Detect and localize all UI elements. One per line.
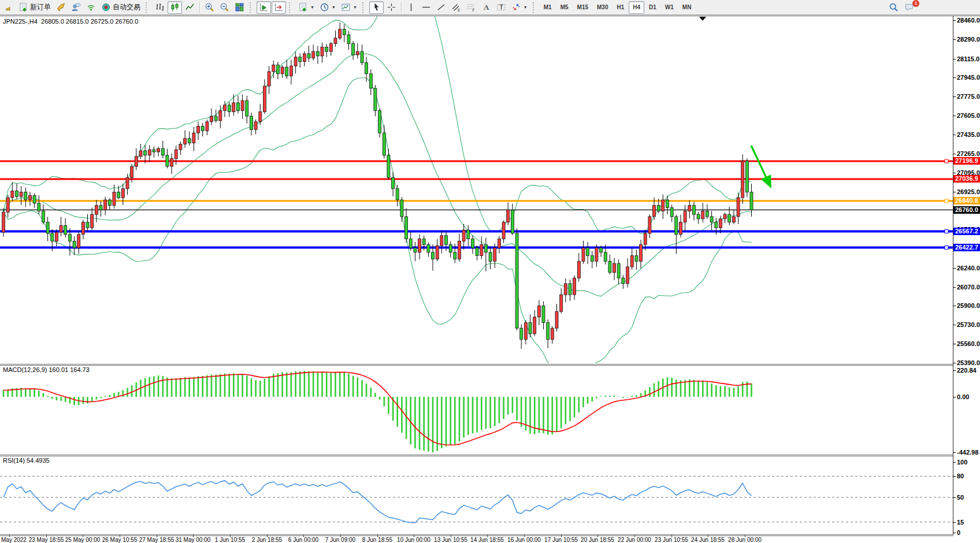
price-axis-tick: 28460.0 bbox=[957, 17, 980, 24]
time-axis-label: 27 May 18:55 bbox=[139, 537, 175, 543]
time-axis-label: 13 Jun 10:55 bbox=[434, 537, 467, 543]
macd-axis-tick: -442.98 bbox=[957, 449, 978, 456]
price-level-badge: 26567.2 bbox=[953, 228, 980, 235]
price-axis-tick-mark bbox=[953, 59, 956, 59]
rsi-axis-tick-mark bbox=[953, 476, 956, 477]
price-axis-tick-mark bbox=[953, 39, 956, 40]
rsi-axis-tick-mark bbox=[953, 522, 956, 523]
price-axis-tick: 27605.0 bbox=[957, 112, 980, 119]
rsi-line bbox=[3, 481, 752, 523]
time-axis-label: May 2022 bbox=[1, 537, 27, 543]
macd-indicator-label: MACD(12,26,9) 160.01 164.73 bbox=[3, 366, 90, 373]
mt4-window: 新订单自动交易▼▼▼EFAT▼M1M5M15M30H1H4D1W1MN1 JPN… bbox=[0, 0, 980, 543]
rsi-axis-tick-mark bbox=[953, 533, 956, 533]
price-axis-tick-mark bbox=[953, 116, 956, 116]
price-axis-tick: 27435.0 bbox=[957, 131, 980, 138]
macd-axis-tick-mark bbox=[953, 452, 956, 453]
current-price-badge: 26760.0 bbox=[953, 206, 980, 214]
macd-axis-tick: 0.00 bbox=[957, 393, 969, 400]
price-axis-tick: 25390.0 bbox=[957, 359, 980, 366]
time-axis-label: 28 Jun 00:00 bbox=[728, 537, 762, 543]
price-axis-tick-mark bbox=[953, 173, 956, 173]
price-axis-tick-mark bbox=[953, 77, 956, 78]
rsi-axis-tick: 15 bbox=[957, 519, 964, 526]
time-axis-label: 6 Jun 00:00 bbox=[288, 537, 318, 543]
rsi-indicator-label: RSI(14) 54.4935 bbox=[3, 457, 50, 464]
bollinger-bands[interactable] bbox=[3, 0, 752, 372]
pane-separators bbox=[0, 16, 980, 536]
price-axis-tick: 25900.0 bbox=[957, 302, 980, 309]
time-axis-label: 17 Jun 10:55 bbox=[544, 537, 578, 543]
time-axis-label: 26 May 10:55 bbox=[102, 537, 138, 543]
price-axis-tick: 27775.0 bbox=[957, 93, 980, 100]
macd-histogram bbox=[3, 371, 752, 452]
time-axis-label: 25 May 00:00 bbox=[65, 537, 101, 543]
rsi-axis-tick: 100 bbox=[957, 459, 967, 466]
price-axis-tick-mark bbox=[953, 363, 956, 363]
price-axis-tick: 27265.0 bbox=[957, 150, 980, 157]
price-level-badge: 26422.7 bbox=[953, 244, 980, 251]
price-axis-tick: 25730.0 bbox=[957, 321, 980, 328]
price-axis-tick-mark bbox=[953, 135, 956, 135]
price-axis-tick: 26070.0 bbox=[957, 284, 980, 291]
time-axis-label: 8 Jun 18:55 bbox=[362, 537, 392, 543]
rsi-axis-tick: 50 bbox=[957, 494, 964, 501]
time-axis-label: 10 Jun 00:00 bbox=[397, 537, 430, 543]
price-axis-tick-mark bbox=[953, 154, 956, 154]
rsi-axis-tick-mark bbox=[953, 497, 956, 498]
macd-axis-tick-mark bbox=[953, 397, 956, 397]
price-axis-tick-mark bbox=[953, 192, 956, 192]
price-axis-tick-mark bbox=[953, 287, 956, 288]
price-axis-tick: 26240.0 bbox=[957, 265, 980, 272]
rsi-axis-tick: 0 bbox=[957, 529, 960, 536]
rsi-pane bbox=[0, 476, 953, 523]
sell-arrow-annotation[interactable] bbox=[751, 146, 770, 186]
price-axis-tick: 25560.0 bbox=[957, 340, 980, 347]
time-axis-label: 1 Jun 10:55 bbox=[215, 537, 245, 543]
price-axis-tick: 28290.0 bbox=[957, 36, 980, 43]
chart-shift-marker[interactable] bbox=[699, 17, 706, 21]
price-axis-tick: 27945.0 bbox=[957, 74, 980, 81]
price-axis-tick-mark bbox=[953, 306, 956, 306]
time-axis-label: 20 Jun 18:55 bbox=[581, 537, 614, 543]
chart-title-ohlc: JPN225-,H4 26805.0 26815.0 26725.0 26760… bbox=[3, 18, 138, 25]
macd-axis-tick-mark bbox=[953, 370, 956, 371]
time-axis-label: 16 Jun 00:00 bbox=[507, 537, 541, 543]
price-level-badge: 27196.9 bbox=[953, 157, 980, 165]
time-axis-label: 23 May 18:55 bbox=[29, 537, 64, 543]
price-axis-tick-mark bbox=[953, 20, 956, 21]
time-axis-label: 2 Jun 18:55 bbox=[252, 537, 282, 543]
price-axis-tick-mark bbox=[953, 325, 956, 325]
chart-canvas[interactable] bbox=[0, 0, 980, 543]
candlestick-layer bbox=[2, 23, 753, 349]
price-axis-tick: 26925.0 bbox=[957, 188, 980, 195]
price-axis-tick-mark bbox=[953, 344, 956, 344]
macd-axis-tick: 220.84 bbox=[957, 367, 977, 374]
time-axis-label: 24 Jun 18:55 bbox=[691, 537, 725, 543]
price-axis-tick-mark bbox=[953, 96, 956, 97]
time-axis-label: 7 Jun 09:00 bbox=[325, 537, 355, 543]
time-axis-label: 14 Jun 18:55 bbox=[470, 537, 504, 543]
rsi-axis-tick: 80 bbox=[957, 473, 964, 479]
time-axis-label: 23 Jun 10:55 bbox=[655, 537, 688, 543]
price-level-badge: 27036.9 bbox=[953, 175, 980, 183]
rsi-axis-tick-mark bbox=[953, 462, 956, 463]
price-axis-tick-mark bbox=[953, 268, 956, 269]
time-axis-label: 22 Jun 00:00 bbox=[618, 537, 651, 543]
price-axis-tick: 28115.0 bbox=[957, 55, 979, 62]
price-level-badge: 26840.8 bbox=[953, 197, 980, 204]
time-axis-label: 31 May 00:00 bbox=[176, 537, 211, 543]
